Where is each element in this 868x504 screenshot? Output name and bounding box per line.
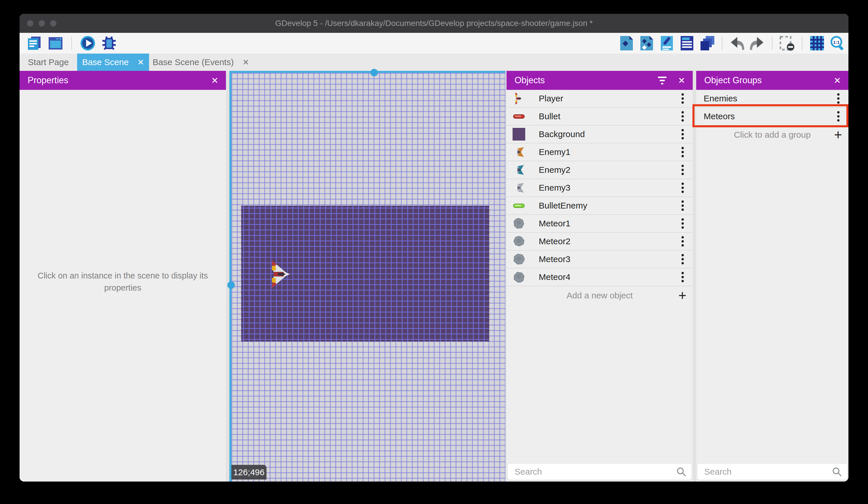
objects-search-input[interactable] (508, 466, 676, 477)
bulletenemy-sprite-icon (512, 199, 526, 212)
panel-title: Properties (20, 75, 68, 85)
object-menu-icon[interactable] (678, 127, 687, 141)
object-label: Meteor2 (539, 236, 570, 246)
workspace: Properties ✕ Click on an instance in the… (20, 71, 848, 482)
object-row-meteor1[interactable]: Meteor1 (507, 215, 693, 233)
groups-search-input[interactable] (698, 466, 832, 477)
panel-divider (226, 71, 229, 482)
object-menu-icon[interactable] (678, 199, 687, 213)
group-label: Enemies (704, 94, 737, 103)
scene-properties-edit-icon[interactable] (659, 36, 675, 51)
tab-base-scene[interactable]: Base Scene ✕ (77, 53, 149, 71)
objects-editor-icon[interactable] (639, 36, 654, 51)
close-tab-icon[interactable]: ✕ (137, 58, 144, 67)
tab-label: Base Scene (Events) (153, 57, 234, 67)
object-menu-icon[interactable] (678, 92, 687, 105)
object-row-enemy1[interactable]: Enemy1 (507, 143, 693, 161)
horizontal-scrollbar[interactable] (229, 71, 505, 73)
object-label: Meteor3 (539, 254, 570, 264)
tab-label: Base Scene (82, 57, 128, 67)
close-tab-icon[interactable]: ✕ (242, 58, 249, 67)
gdevelop-window: GDevelop 5 - /Users/dkarakay/Documents/G… (20, 14, 848, 482)
toolbar-separator (71, 37, 72, 50)
player-ship-instance[interactable] (270, 259, 290, 289)
close-panel-icon[interactable]: ✕ (211, 75, 226, 85)
highlight-annotation-meteors (692, 104, 848, 127)
objects-search (508, 464, 692, 480)
cursor-coordinates-badge: 126;496 (231, 465, 267, 480)
objects-panel: Objects ✕ Player Bullet Background (507, 71, 693, 482)
meteor2-sprite-icon (512, 235, 526, 248)
object-groups-header: Object Groups ✕ (696, 71, 848, 90)
redo-icon[interactable] (750, 36, 765, 51)
object-label: Background (539, 129, 585, 139)
grid-icon[interactable] (809, 36, 825, 51)
object-menu-icon[interactable] (678, 145, 687, 159)
group-menu-icon[interactable] (834, 92, 843, 105)
scene-canvas[interactable]: 126;496 (229, 71, 505, 482)
desktop-background: GDevelop 5 - /Users/dkarakay/Documents/G… (0, 0, 868, 504)
plus-icon[interactable]: + (834, 127, 842, 143)
object-label: Enemy2 (539, 165, 570, 175)
filter-icon[interactable] (658, 77, 678, 84)
object-row-player[interactable]: Player (507, 90, 693, 108)
object-label: Player (539, 94, 563, 103)
object-row-meteor4[interactable]: Meteor4 (507, 269, 693, 286)
object-label: Meteor4 (539, 272, 570, 282)
objects-header: Objects ✕ (507, 71, 693, 90)
instances-list-icon[interactable] (679, 36, 695, 51)
object-row-background[interactable]: Background (507, 125, 693, 143)
window-title: GDevelop 5 - /Users/dkarakay/Documents/G… (20, 14, 848, 33)
meteor1-sprite-icon (512, 217, 526, 230)
play-icon[interactable] (80, 36, 95, 51)
properties-hint: Click on an instance in the scene to dis… (20, 270, 226, 294)
properties-header: Properties ✕ (20, 71, 226, 90)
add-group-button[interactable]: Click to add a group + (696, 125, 848, 144)
object-menu-icon[interactable] (678, 163, 687, 177)
object-menu-icon[interactable] (678, 109, 687, 123)
panel-divider (693, 71, 696, 482)
meteor3-sprite-icon (512, 253, 526, 266)
object-menu-icon[interactable] (678, 181, 687, 195)
project-manager-icon[interactable] (27, 36, 42, 51)
zoom-1-1-icon[interactable]: 1:1 (829, 36, 845, 51)
export-object-icon[interactable] (619, 36, 634, 51)
enemy1-sprite-icon (512, 145, 526, 159)
object-row-bullet[interactable]: Bullet (507, 108, 693, 125)
layers-icon[interactable] (699, 36, 715, 51)
search-icon (832, 466, 847, 477)
toolbar-separator (722, 37, 722, 50)
object-row-enemy3[interactable]: Enemy3 (507, 179, 693, 197)
object-row-meteor2[interactable]: Meteor2 (507, 233, 693, 251)
object-menu-icon[interactable] (678, 234, 687, 248)
add-object-label: Add a new object (566, 291, 633, 300)
undo-icon[interactable] (729, 36, 745, 51)
enemy2-sprite-icon (512, 163, 526, 177)
object-menu-icon[interactable] (678, 270, 687, 284)
meteor4-sprite-icon (512, 270, 526, 284)
title-bar: GDevelop 5 - /Users/dkarakay/Documents/G… (20, 14, 848, 33)
close-panel-icon[interactable]: ✕ (834, 75, 848, 85)
tab-base-scene-events[interactable]: Base Scene (Events) ✕ (149, 53, 253, 71)
panel-title: Object Groups (696, 75, 762, 85)
object-menu-icon[interactable] (678, 216, 687, 230)
vertical-scroll-thumb[interactable] (227, 281, 235, 289)
plus-icon[interactable]: + (678, 288, 686, 303)
add-new-object-button[interactable]: Add a new object + (507, 286, 693, 305)
toolbar-separator (772, 37, 773, 50)
object-label: BulletEnemy (539, 201, 587, 211)
close-panel-icon[interactable]: ✕ (678, 75, 693, 85)
start-page-icon[interactable] (48, 36, 63, 51)
object-row-meteor3[interactable]: Meteor3 (507, 251, 693, 269)
horizontal-scroll-thumb[interactable] (370, 69, 378, 76)
object-row-bulletenemy[interactable]: BulletEnemy (507, 197, 693, 215)
mask-icon[interactable] (779, 36, 795, 51)
vertical-scrollbar[interactable] (229, 71, 231, 482)
properties-panel: Properties ✕ Click on an instance in the… (20, 71, 226, 482)
debug-icon[interactable] (101, 36, 117, 51)
tab-start-page[interactable]: Start Page (20, 53, 77, 71)
bullet-sprite-icon (512, 110, 526, 123)
object-menu-icon[interactable] (678, 252, 687, 266)
object-row-enemy2[interactable]: Enemy2 (507, 161, 693, 179)
search-icon (676, 466, 692, 477)
